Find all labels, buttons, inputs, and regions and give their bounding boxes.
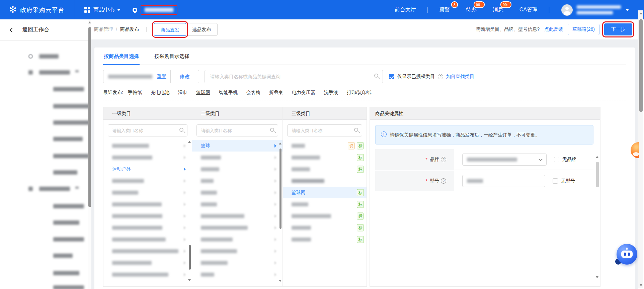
category-row[interactable]: 标 bbox=[283, 222, 367, 233]
sidebar: 返回工作台 bbox=[0, 19, 88, 289]
level1-header: 一级类目 bbox=[103, 107, 192, 120]
category-row[interactable] bbox=[103, 210, 192, 222]
level2-scroll-thumb[interactable] bbox=[279, 149, 281, 229]
level3-search-input[interactable] bbox=[287, 124, 362, 136]
panel-scroll-thumb[interactable] bbox=[596, 162, 599, 187]
reset-link[interactable]: 重置 bbox=[157, 74, 166, 80]
category-row[interactable]: 标 bbox=[283, 233, 367, 245]
category-row[interactable] bbox=[192, 152, 283, 163]
recent-item[interactable]: 智能手机 bbox=[219, 90, 238, 96]
scroll-down-icon[interactable] bbox=[596, 276, 598, 278]
category-row[interactable]: 标 bbox=[283, 163, 367, 175]
category-row[interactable] bbox=[192, 222, 283, 233]
category-row-selected[interactable]: 运动户外 bbox=[103, 163, 192, 175]
recent-publish-row: 最近发布: 手帕纸 充电电池 湿巾 篮球网 智能手机 会客椅 折叠桌 电力变压器… bbox=[103, 90, 626, 96]
category-row[interactable] bbox=[103, 140, 192, 152]
scroll-down-icon[interactable] bbox=[188, 279, 191, 281]
recent-item[interactable]: 篮球网 bbox=[196, 90, 210, 96]
no-brand-checkbox[interactable] bbox=[554, 157, 559, 162]
category-row[interactable] bbox=[192, 233, 283, 245]
help-icon[interactable]: ? bbox=[441, 157, 446, 162]
recent-item[interactable]: 洗手液 bbox=[324, 90, 338, 96]
location-text-blurred[interactable] bbox=[145, 8, 173, 12]
category-row-selected[interactable]: 篮球 bbox=[192, 140, 283, 152]
category-row[interactable] bbox=[103, 198, 192, 210]
recent-item[interactable]: 电力变压器 bbox=[292, 90, 315, 96]
category-row[interactable] bbox=[192, 210, 283, 222]
category-row[interactable] bbox=[103, 187, 192, 198]
next-step-button[interactable]: 下一步 bbox=[604, 23, 632, 35]
keyword-search-input[interactable] bbox=[205, 70, 383, 83]
warning-link[interactable]: 预警 3 bbox=[439, 6, 450, 13]
category-row[interactable] bbox=[192, 163, 283, 175]
no-model-checkbox[interactable] bbox=[553, 178, 558, 184]
breadcrumb-parent[interactable]: 商品管理 bbox=[94, 26, 113, 32]
category-row[interactable] bbox=[192, 257, 283, 269]
scroll-up-icon[interactable] bbox=[279, 142, 281, 144]
divider bbox=[549, 7, 549, 13]
category-row[interactable] bbox=[283, 175, 367, 187]
back-to-workbench[interactable]: 返回工作台 bbox=[0, 19, 88, 41]
modify-link[interactable]: 修改 bbox=[171, 74, 199, 80]
tab-by-product-category[interactable]: 按商品类目选择 bbox=[103, 47, 140, 65]
avatar[interactable] bbox=[561, 4, 573, 16]
help-icon[interactable]: ? bbox=[441, 178, 446, 184]
scroll-up-icon[interactable] bbox=[640, 12, 642, 14]
category-row[interactable]: 标 bbox=[283, 152, 367, 163]
recent-item[interactable]: 充电电池 bbox=[151, 90, 169, 96]
tab-direct-publish[interactable]: 商品直发 bbox=[154, 23, 186, 36]
model-input[interactable] bbox=[462, 175, 545, 187]
level1-search-input[interactable] bbox=[108, 124, 187, 136]
brand-select[interactable] bbox=[462, 154, 547, 166]
draft-box-button[interactable]: 草稿箱(26) bbox=[568, 24, 599, 35]
category-row[interactable] bbox=[192, 187, 283, 198]
category-row-selected[interactable]: 篮球网 标 bbox=[283, 187, 367, 198]
category-row[interactable] bbox=[192, 198, 283, 210]
scroll-down-icon[interactable] bbox=[279, 280, 281, 282]
authorized-checkbox[interactable] bbox=[389, 74, 394, 79]
user-info-blurred[interactable] bbox=[577, 5, 621, 14]
category-row[interactable]: 标 bbox=[283, 198, 367, 210]
scroll-up-icon[interactable] bbox=[188, 141, 191, 143]
category-row[interactable] bbox=[103, 222, 192, 233]
recent-item[interactable]: 打印/复印纸 bbox=[347, 90, 372, 96]
front-hall-link[interactable]: 前台大厅 bbox=[395, 6, 416, 13]
tab-selection-publish[interactable]: 选品发布 bbox=[186, 23, 217, 35]
level2-search-input[interactable] bbox=[196, 124, 278, 136]
how-to-find-link[interactable]: 如何查找类目 bbox=[446, 74, 474, 80]
category-row[interactable] bbox=[192, 175, 283, 187]
category-row[interactable] bbox=[103, 233, 192, 245]
promo-sticker-icon[interactable] bbox=[631, 142, 639, 159]
recent-item[interactable]: 折叠桌 bbox=[269, 90, 283, 96]
help-icon[interactable]: ? bbox=[438, 74, 443, 79]
feedback-link[interactable]: 点此反馈 bbox=[544, 26, 563, 32]
sidebar-scrollbar[interactable] bbox=[88, 19, 91, 289]
recent-item[interactable]: 会客椅 bbox=[246, 90, 260, 96]
category-row[interactable] bbox=[103, 175, 192, 187]
level1-scroll-thumb[interactable] bbox=[189, 245, 191, 270]
category-row[interactable] bbox=[103, 269, 192, 280]
scroll-down-icon[interactable] bbox=[640, 284, 642, 286]
search-icon[interactable] bbox=[374, 74, 378, 78]
category-row[interactable] bbox=[192, 269, 283, 280]
scroll-up-icon[interactable] bbox=[596, 156, 598, 158]
category-row[interactable] bbox=[192, 245, 283, 257]
ca-manage-link[interactable]: CA管理 bbox=[519, 6, 538, 13]
chatbot-assistant-icon[interactable] bbox=[615, 244, 637, 265]
scroll-up-icon[interactable] bbox=[88, 21, 91, 23]
user-chevron-down-icon[interactable] bbox=[626, 9, 629, 11]
category-row[interactable]: 标 bbox=[283, 210, 367, 222]
sidebar-scroll-thumb[interactable] bbox=[88, 27, 91, 207]
todo-link[interactable]: 待办 99+ bbox=[466, 6, 477, 13]
recent-item[interactable]: 湿巾 bbox=[178, 90, 187, 96]
message-link[interactable]: 消息 99+ bbox=[493, 6, 503, 13]
recent-item[interactable]: 手帕纸 bbox=[128, 90, 142, 96]
category-row[interactable]: 资 标 bbox=[283, 140, 367, 152]
authorized-filter: 仅显示已授权类目 ? 如何查找类目 bbox=[389, 74, 474, 80]
category-row[interactable] bbox=[103, 152, 192, 163]
category-row[interactable] bbox=[103, 245, 192, 257]
product-center-menu[interactable]: 商品中心 bbox=[93, 6, 115, 13]
page-scroll-thumb[interactable] bbox=[639, 19, 643, 112]
tab-by-procurement-catalog[interactable]: 按采购目录选择 bbox=[154, 47, 190, 65]
category-row[interactable] bbox=[103, 257, 192, 269]
